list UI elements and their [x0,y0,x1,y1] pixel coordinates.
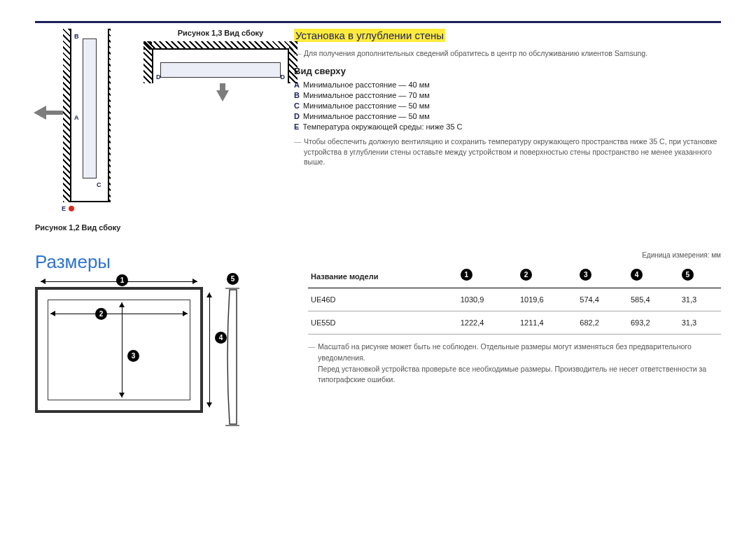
th-1: 1 [458,263,517,288]
table-row: UE55D 1222,4 1211,4 682,2 693,2 31,3 [308,311,721,335]
dim-marker-3: 3 [127,350,139,362]
label-c: C [97,181,102,188]
ventilation-warning: Чтобы обеспечить должную вентиляцию и со… [304,136,721,167]
unit-label: Единица измерения: мм [308,251,721,259]
th-3: 3 [577,263,628,288]
spec-e: E Температура окружающей среды: ниже 35 … [294,122,721,131]
footnote-scale: Масштаб на рисунке может быть не соблюде… [318,342,721,386]
label-a: A [74,114,79,121]
dim-marker-5: 5 [227,273,239,285]
arrow-left-icon [34,106,46,120]
table-row: UE46D 1030,9 1019,6 574,4 585,4 31,3 [308,288,721,311]
label-e: E [62,205,66,212]
th-5: 5 [679,263,721,288]
spec-d: D Минимальное расстояние — 50 мм [294,112,721,120]
label-b: B [74,33,79,40]
side-view-figures: B A C E Рисунок 1,2 Вид сбоку Рисунок 1,… [35,29,266,232]
dimensions-heading: Размеры [35,251,287,273]
label-d-right: D [281,73,286,80]
caption-fig13: Рисунок 1,3 Вид сбоку [140,29,301,37]
monitor-front-diagram: 1 2 3 4 [35,287,203,413]
th-2: 2 [517,263,577,288]
top-rule [35,21,721,23]
spec-c: C Минимальное расстояние — 50 мм [294,101,721,110]
figure-1-3: D D [144,41,298,97]
dim-marker-1: 1 [116,274,128,286]
dim-marker-2: 2 [95,308,107,320]
dimensions-table: Название модели 1 2 3 4 5 UE46D 1030,9 1… [308,263,721,335]
spec-a: A Минимальное расстояние — 40 мм [294,80,721,89]
installation-section: Установка в углублении стены Для получен… [294,29,721,232]
label-d-left: D [156,73,161,80]
figure-1-2: B A C E [35,29,119,218]
section-title: Установка в углублении стены [294,29,445,42]
caption-fig12: Рисунок 1,2 Вид сбоку [35,223,266,232]
dimension-figures: 1 2 3 4 5 [35,287,287,427]
contact-note: Для получения дополнительных сведений об… [304,49,721,57]
arrow-down-icon [216,90,229,101]
subheading-top-view: Вид сверху [294,66,721,76]
spec-b: B Минимальное расстояние — 70 мм [294,91,721,99]
monitor-side-diagram: 5 [224,287,242,427]
th-4: 4 [628,263,679,288]
arrow-left-stem [46,111,63,115]
th-model: Название модели [308,263,458,288]
red-dot-icon [69,206,74,211]
